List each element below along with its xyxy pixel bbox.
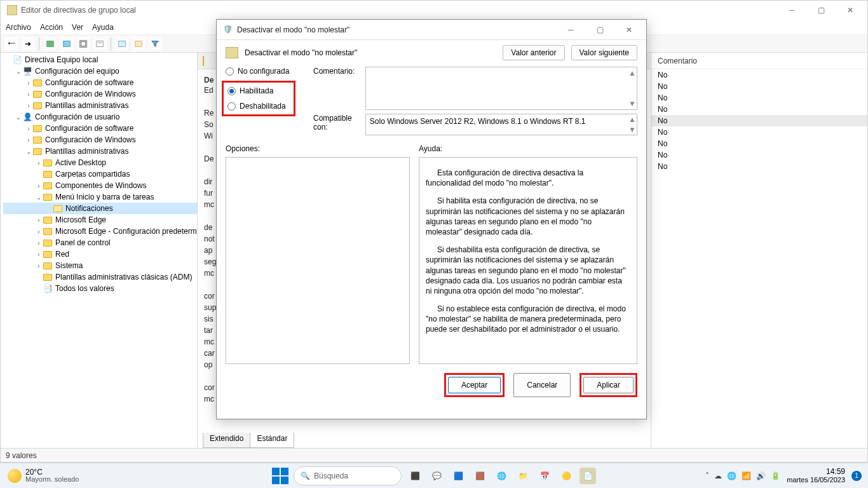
list-item[interactable]: No bbox=[651, 104, 867, 115]
tree-item[interactable]: ›Configuración de software bbox=[3, 123, 197, 134]
explorer-icon[interactable]: 📁 bbox=[515, 468, 531, 484]
svg-rect-1 bbox=[64, 41, 71, 46]
radio-icon bbox=[227, 102, 236, 111]
taskbar-app-2[interactable]: 🟫 bbox=[471, 468, 488, 484]
task-view-icon[interactable]: ⬛ bbox=[407, 468, 423, 484]
list-item[interactable]: No bbox=[651, 161, 867, 172]
tree-item[interactable]: ›Configuración de Windows bbox=[3, 88, 197, 100]
minimize-button[interactable]: ─ bbox=[777, 1, 806, 20]
next-setting-button[interactable]: Valor siguiente bbox=[571, 45, 638, 60]
back-button[interactable]: ⭠ bbox=[4, 37, 18, 51]
tree-root[interactable]: 📄Directiva Equipo local bbox=[3, 54, 197, 65]
tree-item[interactable]: 📑Todos los valores bbox=[3, 283, 197, 294]
tree-item[interactable]: ›Active Desktop bbox=[3, 157, 197, 168]
edge-icon[interactable]: 🌐 bbox=[493, 468, 510, 484]
chevron-up-icon[interactable]: ˄ bbox=[705, 471, 709, 480]
tree-item[interactable]: ›Configuración de Windows bbox=[3, 134, 197, 146]
calendar-icon[interactable]: 📅 bbox=[536, 468, 553, 484]
list-item[interactable]: No bbox=[651, 115, 867, 126]
tab-estandar[interactable]: Estándar bbox=[250, 433, 294, 448]
previous-setting-button[interactable]: Valor anterior bbox=[503, 45, 564, 60]
tree-item[interactable]: ›Red bbox=[3, 248, 197, 260]
help-label: Ayuda: bbox=[419, 144, 442, 153]
dialog-minimize-button[interactable]: ─ bbox=[556, 20, 585, 39]
options-panel bbox=[226, 157, 410, 364]
list-item[interactable]: No bbox=[651, 126, 867, 138]
comment-label: Comentario: bbox=[313, 67, 359, 110]
taskbar: 20°C Mayorm. soleado 🔍 Búsqueda ⬛ 💬 🟦 🟫 … bbox=[0, 463, 868, 488]
list-item[interactable]: No bbox=[651, 149, 867, 161]
tree-item[interactable]: Carpetas compartidas bbox=[3, 168, 197, 180]
battery-icon[interactable]: 🔋 bbox=[771, 471, 780, 480]
radio-disabled[interactable]: Deshabilitada bbox=[227, 102, 288, 111]
compat-box: Solo Windows Server 2012 R2, Windows 8.1… bbox=[365, 114, 637, 135]
radio-icon bbox=[227, 87, 236, 95]
menu-archivo[interactable]: Archivo bbox=[6, 23, 31, 32]
onedrive-icon[interactable]: ☁ bbox=[714, 471, 722, 480]
tree-item[interactable]: ›Plantillas administrativas bbox=[3, 100, 197, 111]
toolbar-btn-3[interactable] bbox=[76, 37, 90, 51]
menu-ver[interactable]: Ver bbox=[72, 23, 83, 32]
tree-item[interactable]: ›Panel de control bbox=[3, 237, 197, 248]
svg-rect-4 bbox=[97, 41, 104, 46]
tree-cfg-equipo[interactable]: ⌄🖥️Configuración del equipo bbox=[3, 65, 197, 77]
filter-icon[interactable] bbox=[148, 37, 162, 51]
toolbar-btn-6[interactable] bbox=[132, 37, 146, 51]
maximize-button[interactable]: ▢ bbox=[806, 1, 836, 20]
tree-pane[interactable]: 📄Directiva Equipo local ⌄🖥️Configuración… bbox=[1, 53, 198, 448]
chrome-icon[interactable]: 🟡 bbox=[558, 468, 574, 484]
radio-enabled[interactable]: Habilitada bbox=[227, 86, 288, 95]
volume-icon[interactable]: 🔊 bbox=[756, 471, 766, 480]
search-icon: 🔍 bbox=[301, 471, 310, 480]
search-input[interactable]: 🔍 Búsqueda bbox=[294, 466, 402, 485]
list-item[interactable]: No bbox=[651, 69, 867, 81]
apply-button[interactable]: Aplicar bbox=[583, 377, 634, 393]
weather-icon bbox=[8, 469, 22, 483]
svg-rect-3 bbox=[81, 41, 86, 46]
tree-cfg-usuario[interactable]: ⌄👤Configuración de usuario bbox=[3, 111, 197, 123]
dialog-maximize-button[interactable]: ▢ bbox=[585, 20, 614, 39]
dialog-icon: 🛡️ bbox=[223, 25, 233, 35]
tree-item[interactable]: ›Configuración de software bbox=[3, 77, 197, 88]
notification-badge[interactable]: 1 bbox=[851, 471, 862, 481]
toolbar-btn-5[interactable] bbox=[115, 37, 129, 51]
list-item[interactable]: No bbox=[651, 138, 867, 149]
chat-icon[interactable]: 💬 bbox=[428, 468, 445, 484]
system-tray[interactable]: ˄ ☁ 🌐 📶 🔊 🔋 bbox=[705, 471, 780, 480]
menu-accion[interactable]: Acción bbox=[40, 23, 63, 32]
tree-plantillas[interactable]: ⌄Plantillas administrativas bbox=[3, 146, 197, 157]
taskbar-weather[interactable]: 20°C Mayorm. soleado bbox=[0, 468, 79, 483]
col-header-comentario[interactable]: Comentario bbox=[651, 53, 867, 69]
toolbar-btn-1[interactable] bbox=[43, 37, 57, 51]
tree-item[interactable]: ›Microsoft Edge bbox=[3, 214, 197, 226]
list-item[interactable]: No bbox=[651, 92, 867, 104]
tree-notificaciones[interactable]: Notificaciones bbox=[3, 203, 197, 214]
tab-extendido[interactable]: Extendido bbox=[203, 433, 250, 448]
menu-ayuda[interactable]: Ayuda bbox=[92, 23, 114, 32]
ok-button[interactable]: Aceptar bbox=[448, 377, 501, 393]
wifi-icon[interactable]: 📶 bbox=[742, 471, 751, 480]
svg-rect-6 bbox=[119, 41, 126, 46]
radio-not-configured[interactable]: No configurada bbox=[226, 67, 302, 76]
taskbar-app-1[interactable]: 🟦 bbox=[450, 468, 466, 484]
tree-item[interactable]: ›Componentes de Windows bbox=[3, 180, 197, 191]
toolbar-btn-2[interactable] bbox=[60, 37, 74, 51]
svg-rect-7 bbox=[135, 41, 142, 46]
tree-item[interactable]: ›Sistema bbox=[3, 260, 197, 271]
tree-item[interactable]: Plantillas administrativas clásicas (ADM… bbox=[3, 271, 197, 283]
start-button[interactable] bbox=[272, 468, 288, 484]
taskbar-clock[interactable]: 14:59 martes 16/05/2023 bbox=[787, 468, 845, 484]
cancel-button[interactable]: Cancelar bbox=[513, 373, 571, 397]
language-icon[interactable]: 🌐 bbox=[727, 471, 736, 480]
comment-input[interactable]: ▲▼ bbox=[365, 67, 637, 110]
toolbar-separator bbox=[111, 37, 111, 50]
tree-menu-inicio[interactable]: ⌄Menú Inicio y barra de tareas bbox=[3, 191, 197, 203]
toolbar-btn-4[interactable] bbox=[93, 37, 107, 51]
compat-label: Compatible con: bbox=[313, 114, 359, 135]
forward-button[interactable]: ➜ bbox=[21, 37, 35, 51]
dialog-close-button[interactable]: ✕ bbox=[614, 20, 644, 39]
close-button[interactable]: ✕ bbox=[836, 1, 865, 20]
list-item[interactable]: No bbox=[651, 81, 867, 92]
gpedit-taskbar-icon[interactable]: 📄 bbox=[580, 468, 596, 484]
tree-item[interactable]: ›Microsoft Edge - Configuración predeter… bbox=[3, 226, 197, 237]
